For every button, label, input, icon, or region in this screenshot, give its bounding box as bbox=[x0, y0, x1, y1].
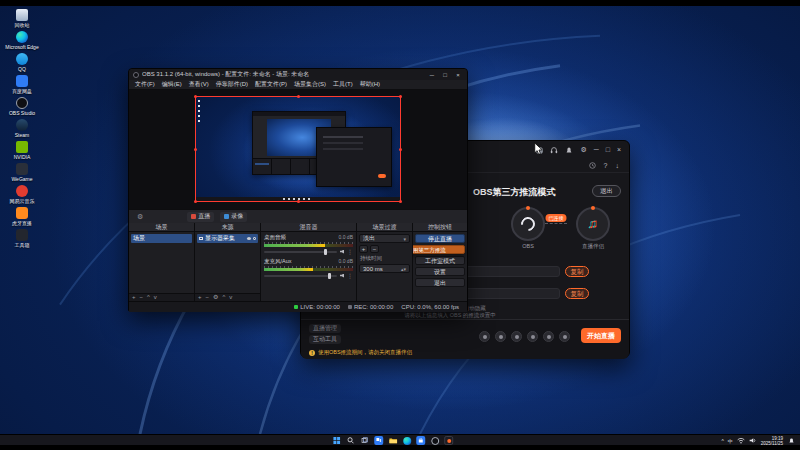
copy-streamkey-button[interactable]: 复制 bbox=[565, 288, 589, 299]
file-explorer-icon[interactable] bbox=[388, 436, 397, 445]
wifi-icon[interactable] bbox=[737, 437, 745, 444]
speaker-icon[interactable] bbox=[340, 274, 344, 278]
bell-icon[interactable] bbox=[565, 146, 573, 154]
source-up-button[interactable]: ^ bbox=[222, 294, 225, 301]
download-icon[interactable]: ↓ bbox=[616, 162, 620, 170]
help-icon[interactable]: ? bbox=[604, 162, 608, 170]
task-view-icon[interactable] bbox=[360, 436, 369, 445]
add-source-button[interactable]: + bbox=[198, 294, 202, 301]
scene-up-button[interactable]: ^ bbox=[147, 294, 150, 301]
selection-handle[interactable] bbox=[194, 200, 197, 203]
desktop-icon-toolbox[interactable]: 工具箱 bbox=[4, 229, 40, 248]
remove-scene-button[interactable]: − bbox=[140, 294, 144, 301]
add-scene-button[interactable]: + bbox=[132, 294, 136, 301]
menu-edit[interactable]: 编辑(E) bbox=[162, 80, 182, 89]
preview-display-capture[interactable] bbox=[196, 97, 400, 201]
store-icon[interactable] bbox=[416, 436, 425, 445]
selection-handle[interactable] bbox=[194, 148, 197, 151]
add-transition-button[interactable]: + bbox=[359, 245, 368, 253]
menu-tools[interactable]: 工具(T) bbox=[333, 80, 353, 89]
volume-slider[interactable] bbox=[264, 275, 337, 277]
ime-indicator[interactable]: 中 bbox=[728, 438, 733, 444]
selection-handle[interactable] bbox=[399, 148, 402, 151]
beauty-icon[interactable] bbox=[527, 331, 538, 342]
selection-handle[interactable] bbox=[194, 95, 197, 98]
obs-close-button[interactable]: × bbox=[453, 70, 463, 80]
menu-profile[interactable]: 配置文件(P) bbox=[255, 80, 287, 89]
duration-spinner[interactable]: 300 ms ▴▾ bbox=[359, 264, 410, 273]
settings-button[interactable]: 设置 bbox=[415, 267, 465, 276]
obs-minimize-button[interactable]: ─ bbox=[427, 70, 437, 80]
mixer-dock-title[interactable]: 混音器 bbox=[261, 223, 356, 232]
scene-down-button[interactable]: v bbox=[154, 294, 157, 301]
remove-transition-button[interactable]: − bbox=[370, 245, 379, 253]
desktop-icon-steam[interactable]: Steam bbox=[4, 119, 40, 138]
studio-mode-button[interactable]: 工作室模式 bbox=[415, 256, 465, 265]
channel-menu-icon[interactable]: ⋮ bbox=[347, 249, 353, 255]
desktop-icon-edge[interactable]: Microsoft Edge bbox=[4, 31, 40, 50]
clock[interactable]: 19:19 2025/11/25 bbox=[761, 436, 783, 446]
tab-live-manage[interactable]: 直播管理 bbox=[309, 324, 341, 333]
widgets-icon[interactable] bbox=[374, 436, 383, 445]
stop-streaming-button[interactable]: 停止直播 bbox=[415, 234, 465, 243]
menu-help[interactable]: 帮助(H) bbox=[360, 80, 380, 89]
source-properties-button[interactable]: ⚙ bbox=[213, 294, 218, 301]
tray-chevron-up-icon[interactable]: ^ bbox=[721, 438, 723, 444]
notification-bell-icon[interactable] bbox=[787, 437, 795, 445]
desktop-icon-huya[interactable]: 虎牙直播 bbox=[4, 207, 40, 226]
tab-interact-tools[interactable]: 互动工具 bbox=[309, 335, 341, 344]
channel-menu-icon[interactable]: ⋮ bbox=[347, 273, 353, 279]
lock-icon[interactable] bbox=[253, 237, 256, 240]
selection-handle[interactable] bbox=[297, 200, 300, 203]
volume-icon[interactable] bbox=[749, 437, 757, 444]
controls-dock-title[interactable]: 控制按钮 bbox=[413, 223, 467, 232]
menu-file[interactable]: 文件(F) bbox=[135, 80, 155, 89]
camera-icon[interactable] bbox=[479, 331, 490, 342]
selection-handle[interactable] bbox=[399, 200, 402, 203]
visibility-eye-icon[interactable] bbox=[247, 237, 251, 240]
volume-slider[interactable] bbox=[264, 251, 337, 253]
transition-select[interactable]: 淡出 ▾ bbox=[359, 234, 410, 243]
search-icon[interactable] bbox=[346, 436, 355, 445]
remove-source-button[interactable]: − bbox=[206, 294, 210, 301]
companion-minimize-button[interactable]: ─ bbox=[594, 146, 599, 154]
desktop-icon-qq[interactable]: QQ bbox=[4, 53, 40, 72]
gear-icon[interactable]: ⚙ bbox=[137, 213, 143, 221]
selection-handle[interactable] bbox=[399, 95, 402, 98]
clock-icon[interactable] bbox=[589, 162, 596, 169]
source-down-button[interactable]: v bbox=[229, 294, 232, 301]
desktop-icon-obs[interactable]: OBS Studio bbox=[4, 97, 40, 116]
transitions-dock-title[interactable]: 场景过渡 bbox=[357, 223, 412, 232]
desktop-icon-wegame[interactable]: WeGame bbox=[4, 163, 40, 182]
obs-maximize-button[interactable]: □ bbox=[440, 70, 450, 80]
exit-button[interactable]: 退出 bbox=[415, 278, 465, 287]
companion-maximize-button[interactable]: □ bbox=[606, 146, 610, 154]
sources-dock-title[interactable]: 来源 bbox=[195, 223, 260, 232]
settings-icon[interactable] bbox=[559, 331, 570, 342]
speaker-icon[interactable] bbox=[511, 331, 522, 342]
copy-server-button[interactable]: 复制 bbox=[565, 266, 589, 277]
companion-taskbar-icon[interactable] bbox=[444, 436, 453, 445]
menu-view[interactable]: 查看(V) bbox=[189, 80, 209, 89]
speaker-icon[interactable] bbox=[340, 250, 344, 254]
selection-handle[interactable] bbox=[297, 95, 300, 98]
obs-titlebar[interactable]: OBS 31.1.2 (64-bit, windows) - 配置文件: 未命名… bbox=[129, 69, 467, 80]
source-list-item[interactable]: 显示器采集 bbox=[197, 234, 258, 243]
headset-icon[interactable] bbox=[550, 146, 558, 154]
obs-preview-canvas[interactable] bbox=[129, 90, 467, 209]
exit-mode-button[interactable]: 退出 bbox=[592, 185, 621, 197]
live-chip[interactable]: 直播 bbox=[187, 212, 214, 222]
comment-icon[interactable] bbox=[543, 331, 554, 342]
start-button[interactable] bbox=[332, 436, 341, 445]
desktop-icon-music[interactable]: 网易云音乐 bbox=[4, 185, 40, 204]
gear-icon[interactable]: ⚙ bbox=[580, 146, 586, 154]
start-live-button[interactable]: 开始直播 bbox=[581, 328, 621, 343]
desktop-icon-nvidia[interactable]: NVIDIA bbox=[4, 141, 40, 160]
menu-docks[interactable]: 停靠部件(D) bbox=[216, 80, 248, 89]
scenes-dock-title[interactable]: 场景 bbox=[129, 223, 194, 232]
record-chip[interactable]: 录像 bbox=[220, 212, 247, 222]
desktop-icon-netdisk[interactable]: 百度网盘 bbox=[4, 75, 40, 94]
obs-taskbar-icon[interactable] bbox=[430, 436, 439, 445]
menu-scene-collection[interactable]: 场景集合(S) bbox=[294, 80, 326, 89]
scene-list-item[interactable]: 场景 bbox=[131, 234, 192, 243]
